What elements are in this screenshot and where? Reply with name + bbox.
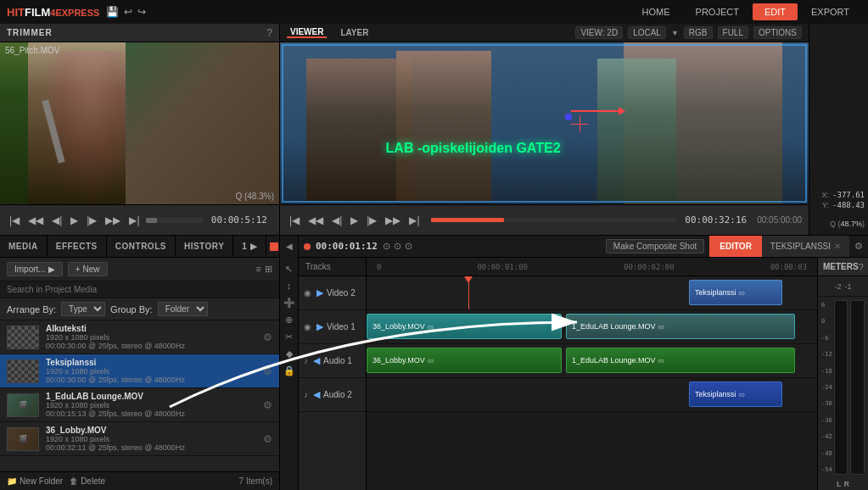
timeline-row-audio1[interactable]: 36_Lobby.MOV ∞ 1_EduLAB Lounge.MOV ∞	[367, 344, 817, 378]
composite-shot-btn[interactable]: Make Composite Shot	[606, 239, 704, 253]
db-label-2: -2	[834, 282, 841, 291]
group-select[interactable]: Folder	[158, 302, 208, 316]
clip-36lobby-a1[interactable]: 36_Lobby.MOV ∞	[367, 348, 562, 373]
viewer-frame-back[interactable]: ◀|	[329, 213, 344, 228]
search-input[interactable]	[0, 281, 279, 298]
media-item-alkuteksti[interactable]: Alkuteksti 1920 x 1080 pixels 00:00:30:0…	[0, 320, 279, 354]
media-gear-alkuteksti[interactable]: ⚙	[263, 331, 272, 343]
clip-36lobby-v1[interactable]: 36_Lobby.MOV ∞	[367, 314, 562, 339]
media-gear-edulablounge[interactable]: ⚙	[263, 399, 272, 411]
teksiplanssi-close[interactable]: ✕	[834, 242, 841, 251]
local-btn[interactable]: LOCAL	[628, 26, 666, 39]
record-btn[interactable]	[304, 243, 311, 250]
nav-project[interactable]: PROJECT	[684, 3, 751, 20]
clip-teksiplanssi-v2[interactable]: Teksiplanssi ∞	[689, 280, 782, 305]
nav-home[interactable]: HOME	[630, 3, 682, 20]
grid-view-icon[interactable]: ⊞	[265, 264, 272, 275]
ruler-3: 00:00:03	[770, 263, 807, 271]
video1-eye[interactable]: ◉	[304, 322, 311, 331]
marker-tool[interactable]: ◆	[282, 346, 297, 361]
media-gear-36lobby[interactable]: ⚙	[263, 433, 272, 445]
undo-icon[interactable]: ↩	[124, 6, 132, 18]
view-2d-btn[interactable]: VIEW: 2D	[575, 26, 623, 39]
nav-edit[interactable]: EDIT	[753, 3, 798, 20]
viewer-play[interactable]: ▶	[348, 213, 361, 228]
top-icons: 💾 ↩ ↪	[106, 6, 146, 18]
nav-export[interactable]: EXPORT	[799, 3, 861, 20]
snap-tool[interactable]: ⊕	[282, 312, 297, 327]
scale-minus12: -12	[821, 351, 832, 358]
media-gear-teksiplanssi[interactable]: ⚙	[263, 365, 272, 377]
list-view-icon[interactable]: ≡	[256, 264, 261, 275]
tab-layer[interactable]: LAYER	[337, 28, 372, 37]
tab-editor[interactable]: EDITOR	[709, 236, 762, 257]
editor-nav-next[interactable]: ⊙	[394, 241, 401, 252]
goto-end-btn[interactable]: ▶|	[126, 213, 142, 228]
timeline-row-video2[interactable]: Teksiplanssi ∞	[367, 276, 817, 310]
trimmer-help[interactable]: ?	[266, 27, 272, 39]
meters-help[interactable]: ?	[859, 262, 864, 272]
step-fwd-btn[interactable]: ▶▶	[103, 213, 123, 228]
clip-edulablounge-a1[interactable]: 1_EduLAB Lounge.MOV ∞	[566, 348, 795, 373]
editor-nav-prev[interactable]: ⊙	[383, 241, 390, 252]
arrow-head	[619, 107, 625, 115]
arrange-select[interactable]: Type	[61, 302, 105, 316]
tab-teksiplanssi[interactable]: TEKSIPLANSSI ✕	[762, 236, 849, 257]
meters-scale: 6 0 -6 -12 -18 -24 -30 -36 -42 -48 -54	[821, 300, 832, 475]
frame-back-btn[interactable]: ◀|	[49, 213, 64, 228]
play-btn[interactable]: ▶	[68, 213, 81, 228]
step-back-btn[interactable]: ◀◀	[25, 213, 46, 228]
options-btn[interactable]: OPTIONS	[753, 26, 802, 39]
media-item-36lobby[interactable]: 🎬 36_Lobby.MOV 1920 x 1080 pixels 00:00:…	[0, 422, 279, 456]
add-track-btn[interactable]: ➕	[282, 295, 297, 310]
trimmer-progress-bar[interactable]	[146, 218, 203, 223]
goto-start-btn[interactable]: |◀	[7, 213, 22, 228]
viewer-step-back[interactable]: ◀◀	[305, 213, 326, 228]
viewer-frame-fwd[interactable]: |▶	[364, 213, 379, 228]
dropdown-arrow: ▼	[671, 29, 679, 37]
clip-teksiplanssi-a2[interactable]: Teksiplanssi ∞	[689, 381, 782, 407]
record-dot[interactable]	[270, 242, 278, 251]
new-btn[interactable]: + New	[68, 262, 108, 276]
viewer-step-fwd[interactable]: ▶▶	[383, 213, 403, 228]
tab-media[interactable]: MEDIA	[0, 236, 48, 257]
editor-gear[interactable]: ⚙	[849, 241, 868, 252]
arrow-tool[interactable]: ↖	[282, 261, 297, 276]
tab-extra[interactable]: 1 ▶	[233, 236, 266, 257]
full-btn[interactable]: FULL	[718, 26, 748, 39]
razor-tool[interactable]: ✂	[282, 329, 297, 344]
media-item-edulablounge[interactable]: 🎬 1_EduLAB Lounge.MOV 1920 x 1080 pixels…	[0, 388, 279, 422]
audio1-speaker[interactable]: ♪	[304, 356, 308, 365]
scale-minus24: -24	[821, 384, 832, 391]
video2-eye[interactable]: ◉	[304, 288, 311, 298]
save-icon[interactable]: 💾	[106, 6, 119, 18]
y-label: Y:	[822, 201, 829, 209]
viewer-goto-end[interactable]: ▶|	[406, 213, 422, 228]
ruler-1: 00:00:01:00	[477, 263, 528, 271]
timeline-row-video1[interactable]: 36_Lobby.MOV ∞ 1_EduLAB Lounge.MOV ∞	[367, 310, 817, 344]
cursor-tool[interactable]: ↕	[282, 278, 297, 293]
frame-fwd-btn[interactable]: |▶	[84, 213, 99, 228]
audio2-speaker[interactable]: ♪	[304, 390, 308, 399]
timeline-row-audio2[interactable]: Teksiplanssi ∞	[367, 378, 817, 412]
media-item-teksiplanssi[interactable]: Teksiplanssi 1920 x 1080 pixels 00:00:30…	[0, 354, 279, 388]
tab-viewer[interactable]: VIEWER	[287, 27, 327, 38]
trimmer-section: TRIMMER ? 56_Pitch.MOV Q (48.3%) |◀ ◀◀	[0, 24, 279, 236]
rgb-btn[interactable]: RGB	[684, 26, 713, 39]
delete-btn[interactable]: 🗑 Delete	[70, 476, 105, 486]
tab-controls[interactable]: CONTROLS	[107, 236, 176, 257]
redo-icon[interactable]: ↪	[137, 6, 146, 18]
clip-edulablounge-v1[interactable]: 1_EduLAB Lounge.MOV ∞	[566, 314, 795, 339]
tab-effects[interactable]: EFFECTS	[48, 236, 107, 257]
lock-tool[interactable]: 🔒	[282, 363, 297, 378]
viewer-progress-bar[interactable]	[431, 218, 677, 222]
viewer-goto-start[interactable]: |◀	[287, 213, 302, 228]
trimmer-title: TRIMMER	[7, 28, 53, 37]
tab-history[interactable]: HISTORY	[176, 236, 233, 257]
meters-main: 6 0 -6 -12 -18 -24 -30 -36 -42 -48 -54	[818, 297, 868, 478]
import-btn[interactable]: Import... ▶	[7, 262, 63, 276]
arrow-right	[571, 110, 622, 112]
editor-nav-clip[interactable]: ⊙	[405, 241, 412, 252]
new-folder-btn[interactable]: 📁 New Folder	[7, 476, 63, 486]
timeline-arrow-left[interactable]: ◀	[286, 242, 293, 251]
